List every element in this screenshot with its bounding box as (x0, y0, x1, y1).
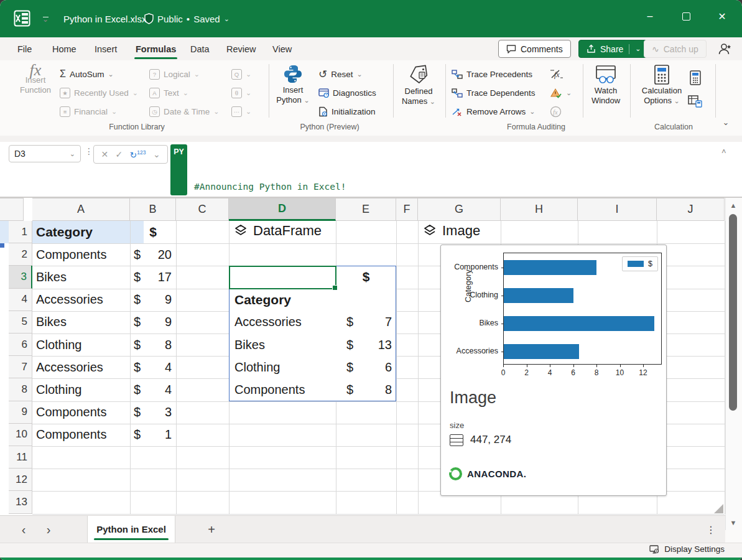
scrollbar-thumb[interactable] (729, 214, 737, 411)
column-header-H[interactable]: H (501, 198, 578, 221)
cell-A8[interactable]: Clothing (36, 378, 126, 401)
remove-arrows-button[interactable]: Remove Arrows⌄ (452, 103, 536, 120)
column-header-A[interactable]: A (32, 198, 130, 221)
column-header-E[interactable]: E (336, 198, 396, 221)
range-corner-handle[interactable] (0, 243, 4, 248)
row-header-1[interactable]: 1 (9, 221, 32, 243)
error-checking-button[interactable]: ⌄ (550, 84, 572, 101)
formula-bar-grip[interactable]: ⋮ (85, 146, 93, 156)
display-settings-button[interactable]: Display Settings (649, 544, 725, 554)
dataframe-col-header[interactable]: $ (336, 266, 396, 288)
cell-A6[interactable]: Clothing (36, 334, 126, 356)
calculate-now-button[interactable] (689, 69, 702, 86)
calculation-options-button[interactable]: Calculation ​Options ⌄ (636, 64, 688, 106)
cell-A7[interactable]: Accessories (36, 356, 126, 378)
autosum-button[interactable]: Σ AutoSum⌄ (60, 65, 114, 83)
select-all-corner[interactable] (0, 198, 24, 221)
dataframe-cell-label[interactable]: DataFrame (234, 223, 322, 239)
dataframe-row-bikes[interactable]: Bikes (234, 334, 334, 356)
column-header-G[interactable]: G (418, 198, 501, 221)
dataframe-row-accessories[interactable]: Accessories (234, 311, 334, 334)
fill-handle[interactable] (332, 285, 338, 291)
column-header-I[interactable]: I (578, 198, 657, 221)
initialization-button[interactable]: Initialization (318, 103, 376, 120)
trace-dependents-button[interactable]: Trace Dependents (452, 84, 536, 101)
row-header-2[interactable]: 2 (9, 243, 32, 266)
scroll-down-arrow[interactable]: ▼ (726, 516, 741, 529)
watch-window-button[interactable]: WatchWindow (587, 64, 624, 106)
active-cell-D3[interactable] (229, 266, 336, 289)
tab-data[interactable]: Data (188, 37, 212, 60)
minimize-button[interactable]: – (636, 0, 664, 32)
collapse-formula-bar-chevron[interactable]: ˄ (721, 147, 726, 156)
dataframe-row-components[interactable]: Components (234, 378, 334, 401)
quick-access-toolbar-toggle[interactable]: ⌄ (40, 12, 51, 26)
python-output-type-icon[interactable]: ↻123 (130, 149, 146, 160)
cell-A1[interactable]: Category (36, 221, 126, 243)
cell-B8-value[interactable]: 4 (143, 378, 172, 401)
cell-B9-value[interactable]: 3 (143, 401, 172, 424)
chevron-down-icon[interactable]: ⌄ (153, 149, 160, 159)
cell-A4[interactable]: Accessories (36, 289, 126, 311)
confirm-icon[interactable]: ✓ (115, 149, 123, 159)
excel-logo-icon[interactable] (14, 10, 30, 27)
row-header-12[interactable]: 12 (9, 469, 32, 491)
tab-home[interactable]: Home (50, 37, 79, 60)
add-sheet-button[interactable]: + (202, 516, 221, 543)
cell-A5[interactable]: Bikes (36, 311, 126, 334)
row-header-13[interactable]: 13 (9, 491, 32, 513)
column-header-F[interactable]: F (396, 198, 418, 221)
row-header-5[interactable]: 5 (9, 311, 32, 334)
image-object-card[interactable]: Category ComponentsClothingBikesAccessor… (440, 245, 667, 496)
cell-B1[interactable]: $ (130, 221, 176, 243)
dataframe-index-header[interactable]: Category (234, 289, 334, 311)
maximize-button[interactable] (672, 0, 700, 32)
column-header-C[interactable]: C (176, 198, 229, 221)
next-sheet-arrow[interactable]: › (40, 516, 57, 543)
column-header-D[interactable]: D (229, 198, 336, 221)
trace-precedents-button[interactable]: Trace Precedents (452, 65, 532, 83)
cell-B2-value[interactable]: 20 (143, 243, 172, 266)
share-button[interactable]: Share ⌄ (578, 40, 649, 58)
cell-B5-value[interactable]: 9 (143, 311, 172, 334)
row-header-7[interactable]: 7 (9, 356, 32, 378)
previous-sheet-arrow[interactable]: ‹ (15, 516, 32, 543)
cancel-icon[interactable]: ✕ (101, 149, 108, 159)
reset-python-button[interactable]: ↺ Reset⌄ (318, 65, 363, 83)
row-header-4[interactable]: 4 (9, 289, 32, 311)
cell-A3[interactable]: Bikes (36, 266, 126, 288)
sensitivity-save-status[interactable]: Public • Saved ⌄ (144, 0, 230, 37)
tab-review[interactable]: Review (224, 37, 259, 60)
row-header-10[interactable]: 10 (9, 424, 32, 446)
vertical-scrollbar[interactable]: ▲ ▼ (725, 198, 740, 530)
name-box[interactable]: D3 ⌄ (9, 145, 81, 162)
row-header-6[interactable]: 6 (9, 334, 32, 356)
row-header-11[interactable]: 11 (9, 446, 32, 469)
column-header-B[interactable]: B (130, 198, 176, 221)
column-header-J[interactable]: J (657, 198, 725, 221)
people-presence-icon[interactable] (714, 40, 736, 58)
close-button[interactable]: ✕ (708, 0, 736, 32)
row-header-8[interactable]: 8 (9, 378, 32, 401)
calculate-sheet-button[interactable] (688, 93, 703, 110)
tab-formulas[interactable]: Formulas (133, 37, 179, 60)
image-cell-label[interactable]: Image (423, 223, 480, 239)
tab-view[interactable]: View (270, 37, 294, 60)
cell-B4-value[interactable]: 9 (143, 289, 172, 311)
row-header-9[interactable]: 9 (9, 401, 32, 424)
diagnostics-button[interactable]: Diagnostics (318, 84, 376, 101)
tab-insert[interactable]: Insert (92, 37, 119, 60)
cell-B7-value[interactable]: 4 (143, 356, 172, 378)
cell-A9[interactable]: Components (36, 401, 126, 424)
cell-B6-value[interactable]: 8 (143, 334, 172, 356)
sheet-tab-overflow-menu[interactable]: ⋮ (702, 516, 720, 543)
show-formulas-button[interactable]: fx (550, 65, 563, 83)
sheet-tab-python-in-excel[interactable]: Python in Excel (87, 516, 175, 543)
defined-names-button[interactable]: Defined ​Names ⌄ (399, 64, 438, 106)
cell-B10-value[interactable]: 1 (143, 424, 172, 446)
cell-A10[interactable]: Components (36, 424, 126, 446)
collapse-ribbon-chevron[interactable]: ⌄ (716, 115, 735, 129)
cell-B3-value[interactable]: 17 (143, 266, 172, 288)
scroll-up-arrow[interactable]: ▲ (726, 199, 741, 212)
dataframe-row-clothing[interactable]: Clothing (234, 356, 334, 378)
